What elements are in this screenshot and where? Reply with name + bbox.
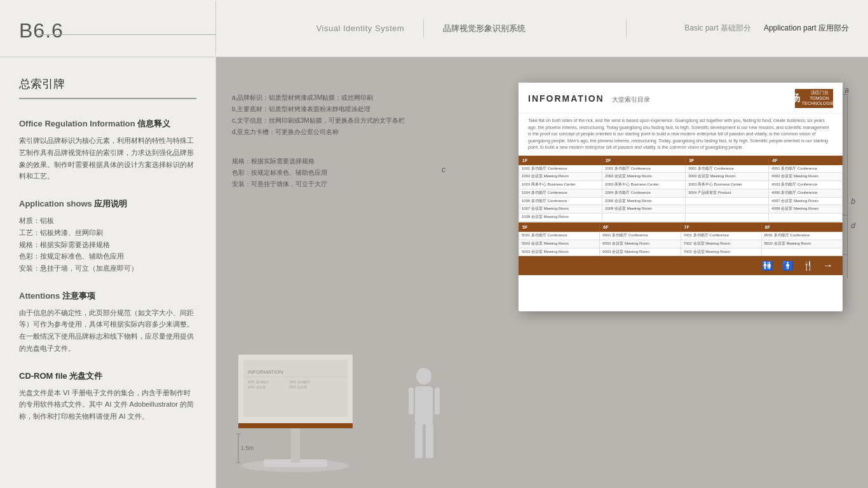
spec-block: 规格：根据实际需要选择规格 色彩：按规定标准色、辅助色应用 安装：可悬挂于墙体，… <box>232 156 327 190</box>
bottom-person-icon: 🚻 <box>762 261 773 271</box>
table-row: 1006 多功能厅 Conference 2006 会议室 Meeting Ro… <box>519 197 843 205</box>
cell: 3003 商务中心 Business Center <box>686 181 769 189</box>
svg-text:2001 多功能厅: 2001 多功能厅 <box>289 380 310 384</box>
header-left: B6.6 <box>0 1 216 55</box>
cell: 1008 会议室 Meeting Room <box>519 214 602 222</box>
cell <box>686 214 769 222</box>
signage-desc: Take flat on both sides of the rick, and… <box>519 114 843 156</box>
signage-table: 1F 2F 3F 4F 1001 多功能厅 Conference 2001 多功… <box>519 156 843 222</box>
annotation-line-c: c,文字信息：丝网印刷或3M贴膜，可更换条目方式的文字条栏 <box>232 115 405 126</box>
cell: 2008 会议室 Meeting Room <box>602 205 686 214</box>
cell: 3002 会议室 Meeting Room <box>686 173 769 181</box>
cell: 1002 会议室 Meeting Room <box>519 173 602 181</box>
attentions-section: Attentions 注意事项 由于信息的不确定性，此页部分规范（如文字大小、间… <box>19 290 196 355</box>
signage-header: INFORMATION 大堂索引目录 汤 汤臣门业 TOMSON TECHNOL… <box>519 83 843 114</box>
app-line-4: 色彩：按规定标准色、辅助色应用 <box>19 250 196 262</box>
signage-logo: 汤 汤臣门业 TOMSON TECHNOLOGIES <box>795 89 833 108</box>
header-center: Visual Identity System 品牌视觉形象识别系统 <box>216 19 627 38</box>
attentions-body: 由于信息的不确定性，此页部分规范（如文字大小、间距等）可作为参考使用，具体可根据… <box>19 307 196 355</box>
spec-line-1: 规格：根据实际需要选择规格 <box>232 156 327 167</box>
cdrom-section: CD-ROM file 光盘文件 光盘文件是本 VI 手册电子文件的集合，内含手… <box>19 370 196 423</box>
cell: 1001 多功能厅 Conference <box>519 165 602 173</box>
table-header-row: 1F 2F 3F 4F <box>519 156 843 165</box>
cell: 2003 商务中心 Business Center <box>602 181 686 189</box>
bottom-person2-icon: 🚹 <box>782 261 793 271</box>
table-row: 1002 会议室 Meeting Room 2002 会议室 Meeting R… <box>519 173 843 181</box>
cell: 1004 多功能厅 Conference <box>519 189 602 197</box>
cell: 5003 会议室 Meeting Room <box>519 248 600 256</box>
col-5f: 5F <box>519 223 600 232</box>
cell: 2001 多功能厅 Conference <box>602 165 686 173</box>
signage-logo-line1: 汤臣门业 <box>802 90 837 95</box>
cell: 6003 会议室 Meeting Room <box>600 248 681 256</box>
signage-subtitle: 大堂索引目录 <box>612 96 650 103</box>
cell: 4008 会议室 Meeting Room <box>769 205 843 214</box>
nav-application: Application part 应用部分 <box>764 23 849 34</box>
table-row: 1001 多功能厅 Conference 2001 多功能厅 Conferenc… <box>519 165 843 173</box>
divider <box>423 19 424 38</box>
cell: 2004 多功能厅 Conference <box>602 189 686 197</box>
svg-text:1002 会议室: 1002 会议室 <box>248 385 266 389</box>
col-8f: 8F <box>761 223 842 232</box>
cell <box>769 214 843 222</box>
col-6f: 6F <box>600 223 681 232</box>
nav-basic: Basic part 基础部分 <box>684 23 751 34</box>
signage-info-title: INFORMATION <box>528 93 604 104</box>
signage-bottom: 🚻 🚹 🍴 → <box>519 256 843 275</box>
spec-line-2: 色彩：按规定标准色、辅助色应用 <box>232 167 327 179</box>
section-main-title: 总索引牌 <box>19 76 196 99</box>
cell <box>686 197 769 205</box>
app-line-5: 安装：悬挂于墙，可立（加底座即可） <box>19 262 196 274</box>
cell: 4007 会议室 Meeting Room <box>769 197 843 205</box>
cell <box>602 214 686 222</box>
cell: 4002 会议室 Meeting Room <box>769 173 843 181</box>
app-line-1: 材质：铝板 <box>19 215 196 227</box>
annotation-line-d: d,亚克力卡槽：可更换办公室公司名称 <box>232 126 405 138</box>
cell: 4003 多功能厅 Conference <box>769 181 843 189</box>
svg-rect-19 <box>426 423 433 458</box>
svg-rect-4 <box>238 423 353 428</box>
cell: 6002 会议室 Meeting Room <box>600 240 681 248</box>
svg-text:2002 会议室: 2002 会议室 <box>289 385 307 389</box>
cell: 7003 会议室 Meeting Room <box>681 248 761 256</box>
col-3f: 3F <box>686 156 769 165</box>
table-row: 5003 会议室 Meeting Room 6003 会议室 Meeting R… <box>519 248 843 256</box>
table-row: 1007 会议室 Meeting Room 2008 会议室 Meeting R… <box>519 205 843 214</box>
application-heading: Application shows 应用说明 <box>19 198 196 210</box>
regulation-section: Office Regulation Information 信息释义 索引牌以品… <box>19 118 196 182</box>
svg-rect-21 <box>435 388 440 414</box>
svg-rect-18 <box>415 423 423 458</box>
signage-logo-line2: TOMSON TECHNOLOGIES <box>802 96 837 107</box>
svg-text:1001 多功能厅: 1001 多功能厅 <box>248 380 269 384</box>
application-body: 材质：铝板 工艺：铝板烤漆、丝网印刷 规格：根据实际需要选择规格 色彩：按规定标… <box>19 215 196 274</box>
application-section: Application shows 应用说明 材质：铝板 工艺：铝板烤漆、丝网印… <box>19 198 196 274</box>
regulation-heading: Office Regulation Information 信息释义 <box>19 118 196 130</box>
table-row: 5002 会议室 Meeting Room 6002 会议室 Meeting R… <box>519 240 843 248</box>
marker-d: d <box>851 221 855 230</box>
cell: 4006 多功能厅 Conference <box>769 189 843 197</box>
signage-display: INFORMATION 大堂索引目录 汤 汤臣门业 TOMSON TECHNOL… <box>519 83 843 311</box>
vis-title-en: Visual Identity System <box>316 24 405 33</box>
col-7f: 7F <box>681 223 761 232</box>
app-line-2: 工艺：铝板烤漆、丝网印刷 <box>19 227 196 239</box>
table-row: 5001 多功能厅 Conference 6001 多功能厅 Conferenc… <box>519 232 843 240</box>
cell <box>686 205 769 214</box>
svg-rect-20 <box>409 388 414 414</box>
right-panel: a,品牌标识：铝质型材烤漆或3M贴膜；或丝网印刷 b,主要底材：铝质型材烤漆表面… <box>216 57 868 488</box>
cell: 2002 会议室 Meeting Room <box>602 173 686 181</box>
regulation-body: 索引牌以品牌标识为核心元素，利用材料的特性与特殊工艺制作具有品牌视觉特征的索引牌… <box>19 135 196 182</box>
cell <box>761 248 842 256</box>
cell: 1007 会议室 Meeting Room <box>519 205 602 214</box>
cell: 3001 多功能厅 Conference <box>686 165 769 173</box>
page-code: B6.6 <box>19 19 64 42</box>
cell: 1003 商务中心 Business Center <box>519 181 602 189</box>
table-header-row-2: 5F 6F 7F 8F <box>519 223 843 232</box>
cell: 7002 会议室 Meeting Room <box>681 240 761 248</box>
marker-c: c <box>442 165 445 174</box>
cdrom-heading: CD-ROM file 光盘文件 <box>19 370 196 382</box>
col-4f: 4F <box>769 156 843 165</box>
marker-a: a <box>844 86 849 95</box>
marker-b: b <box>851 197 855 206</box>
signage-title-area: INFORMATION 大堂索引目录 <box>528 93 650 104</box>
annotation-line-a: a,品牌标识：铝质型材烤漆或3M贴膜；或丝网印刷 <box>232 92 405 104</box>
